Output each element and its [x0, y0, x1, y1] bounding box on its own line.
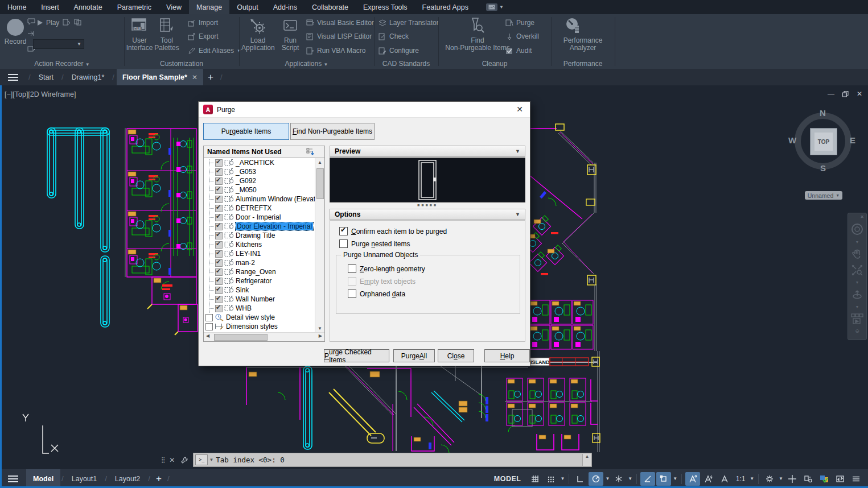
workspace-dropdown-icon[interactable]: ▼ — [778, 476, 784, 481]
wheel-dropdown-icon[interactable]: ▼ — [855, 240, 859, 244]
panel-label-cleanup[interactable]: Cleanup — [438, 60, 551, 68]
item-checkbox[interactable] — [215, 177, 223, 185]
crosshair-icon[interactable] — [785, 472, 800, 486]
tab-close-icon[interactable]: ✕ — [192, 73, 198, 81]
command-icon[interactable]: >_ — [195, 454, 208, 465]
tree-vertical-scrollbar[interactable]: ▲ ▼ — [315, 158, 324, 333]
purge-checked-items-button[interactable]: Purge Checked Items — [324, 349, 389, 362]
item-label[interactable]: Kitchens — [236, 241, 262, 249]
item-label[interactable]: WHB — [236, 304, 252, 312]
load-application-icon[interactable] — [249, 18, 265, 34]
item-checkbox[interactable] — [215, 205, 223, 212]
isolate-objects-icon[interactable] — [801, 472, 816, 486]
list-item[interactable]: WHB — [204, 304, 315, 313]
panel-label-performance[interactable]: Performance — [551, 60, 615, 68]
item-checkbox[interactable] — [215, 278, 223, 285]
viewcube[interactable]: N W E S TOP Unnamed▼ — [792, 108, 855, 202]
annotation-scale-icon[interactable] — [717, 472, 732, 486]
checkbox[interactable] — [339, 227, 348, 235]
item-label[interactable]: _ARCHTICK — [236, 159, 274, 167]
item-label[interactable]: Aluminum Window (Elevation) — [236, 195, 315, 203]
checkbox[interactable] — [339, 239, 348, 248]
command-input-bar[interactable]: >_ ▼ Tab index <0>: 0 ▲ — [193, 453, 592, 467]
restore-icon[interactable] — [842, 91, 849, 97]
menu-item-manage[interactable]: Manage — [189, 0, 229, 14]
list-item[interactable]: Sink — [204, 286, 315, 295]
item-checkbox[interactable] — [215, 259, 223, 267]
viewcube-west[interactable]: W — [788, 135, 796, 145]
item-label[interactable]: Door - Imperial — [236, 213, 281, 221]
item-checkbox[interactable] — [215, 232, 223, 239]
layout-tabs-menu-icon[interactable] — [0, 475, 26, 482]
macro-select-dropdown[interactable]: ▼ — [33, 39, 84, 49]
layer-translator-button[interactable]: Layer Translator — [379, 19, 439, 27]
run-script-icon[interactable] — [283, 19, 297, 32]
viewcube-south[interactable]: S — [820, 163, 826, 173]
orbit-dropdown-icon[interactable]: ▼ — [855, 305, 859, 309]
menu-item-express-tools[interactable]: Express Tools — [356, 0, 415, 14]
pan-icon[interactable] — [851, 249, 863, 260]
splitter-handle[interactable]: ■■■■■ — [330, 203, 525, 207]
item-checkbox[interactable] — [215, 305, 223, 312]
panel-label-cad-standards[interactable]: CAD Standards — [374, 60, 438, 68]
item-checkbox[interactable] — [215, 250, 223, 258]
sort-icon[interactable] — [306, 148, 314, 156]
list-item[interactable]: DETREFTX — [204, 204, 315, 213]
list-item[interactable]: Door - Imperial — [204, 213, 315, 222]
item-label[interactable]: DETREFTX — [236, 204, 271, 212]
scale-dropdown-icon[interactable]: ▼ — [749, 476, 755, 481]
snap-icon[interactable] — [544, 472, 558, 486]
item-checkbox[interactable] — [215, 296, 223, 303]
visual-lisp-editor-button[interactable]: Visual LISP Editor — [306, 32, 372, 40]
panel-label-action-recorder[interactable]: Action Recorder ▼ — [0, 60, 124, 68]
new-drawing-tab-button[interactable]: + — [203, 69, 218, 85]
tab-find-non-purgeable[interactable]: Find Non-Purgeable Items — [290, 123, 375, 140]
comment-icon[interactable] — [27, 18, 35, 25]
ortho-icon[interactable] — [573, 472, 587, 486]
isodraft-dropdown-icon[interactable]: ▼ — [627, 476, 633, 481]
import-button[interactable]: Import — [188, 19, 218, 27]
item-checkbox[interactable] — [215, 268, 223, 276]
item-label[interactable]: LEY-IN1 — [236, 250, 261, 258]
item-checkbox[interactable] — [205, 314, 213, 321]
help-button[interactable]: Help — [484, 349, 530, 362]
navbar-close-icon[interactable]: ✕ — [858, 213, 866, 221]
visual-basic-editor-button[interactable]: Visual Basic Editor — [306, 19, 374, 27]
export-button[interactable]: Export — [188, 32, 219, 40]
item-label[interactable]: Door Elevation - Imperial — [236, 222, 313, 230]
panel-label-applications[interactable]: Applications ▼ — [239, 60, 374, 68]
manage-macros-icon[interactable] — [74, 19, 82, 26]
command-wrench-icon[interactable] — [180, 456, 188, 464]
cui-icon[interactable]: CUI — [131, 18, 147, 34]
user-interface-button[interactable]: UserInterface — [125, 37, 154, 52]
file-tab-start[interactable]: Start — [33, 69, 59, 85]
panel-label-customization[interactable]: Customization — [124, 60, 239, 68]
annotation-scale-value[interactable]: 1:1 — [733, 472, 748, 486]
list-item[interactable]: _G053 — [204, 167, 315, 176]
file-tab-floor-plan-sample-[interactable]: Floor Plan Sample*✕ — [117, 69, 203, 85]
purge-nested-checkbox-row[interactable]: Purge nested items — [339, 239, 410, 248]
item-checkbox[interactable] — [205, 323, 213, 330]
purge-button[interactable]: Purge — [505, 19, 534, 27]
purge-all-button[interactable]: Purge All — [393, 349, 435, 362]
menu-item-home[interactable]: Home — [0, 0, 34, 14]
menu-item-view[interactable]: View — [159, 0, 189, 14]
item-checkbox[interactable] — [215, 168, 223, 176]
orbit-icon[interactable] — [851, 289, 863, 300]
load-application-button[interactable]: LoadApplication — [241, 37, 274, 52]
layout-tab-model[interactable]: Model — [26, 469, 60, 488]
menu-item-insert[interactable]: Insert — [34, 0, 66, 14]
viewport-menu-control[interactable]: [−] — [5, 90, 13, 98]
item-checkbox[interactable] — [215, 196, 223, 203]
polar-dropdown-icon[interactable]: ▼ — [604, 476, 610, 481]
list-item[interactable]: LEY-IN1 — [204, 249, 315, 258]
item-label[interactable]: Sink — [236, 286, 249, 294]
list-item[interactable]: Refrigerator — [204, 276, 315, 286]
zoom-extents-icon[interactable] — [851, 264, 863, 276]
tab-purgeable-items[interactable]: Purgeable Items — [203, 123, 289, 140]
new-layout-button[interactable]: + — [151, 469, 166, 488]
close-button[interactable]: Close — [438, 349, 474, 362]
snap-dropdown-icon[interactable]: ▼ — [560, 476, 565, 481]
item-label[interactable]: Detail view style — [226, 313, 275, 321]
customization-menu-icon[interactable] — [849, 472, 863, 486]
